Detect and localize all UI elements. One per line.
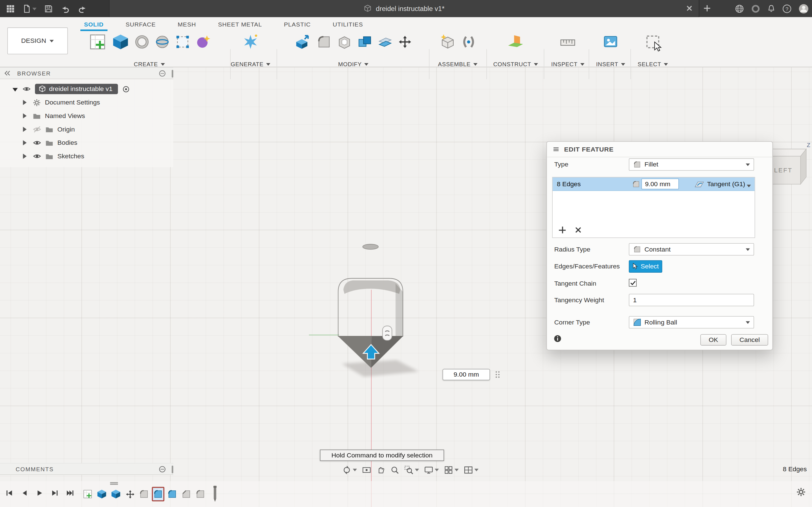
tab-plastic[interactable]: PLASTIC [279,17,315,31]
disclosure-expanded-icon[interactable] [12,87,18,92]
tab-solid[interactable]: SOLID [79,17,108,31]
type-dropdown[interactable]: Fillet [629,158,754,171]
fillet-icon[interactable] [316,34,332,52]
zoom-window-icon[interactable] [404,465,419,474]
activate-component-radio[interactable] [122,85,130,93]
visibility-eye-icon[interactable] [33,138,42,147]
cancel-button[interactable]: Cancel [731,334,768,346]
comments-header[interactable]: COMMENTS [0,463,173,475]
add-selection-icon[interactable] [559,226,566,233]
undo-icon[interactable] [61,4,70,13]
info-icon[interactable] [554,335,562,344]
tab-surface[interactable]: SURFACE [121,17,160,31]
tree-item-named-views[interactable]: Named Views [0,109,173,123]
remove-selection-icon[interactable] [574,226,581,233]
tree-item-origin[interactable]: Origin [0,122,173,136]
apps-grid-icon[interactable] [6,4,15,13]
timeline-extrude-icon[interactable] [110,487,122,501]
grid-snap-icon[interactable] [444,465,459,474]
select-button[interactable]: Select [629,260,662,273]
dialog-header[interactable]: EDIT FEATURE [547,142,772,157]
dimension-input[interactable] [443,369,490,380]
new-tab-icon[interactable] [703,4,711,12]
tree-item-sketches[interactable]: Sketches [0,150,173,163]
skip-to-start-icon[interactable] [4,488,15,498]
assemble-menu[interactable]: ASSEMBLE [438,61,477,68]
tree-item-document-settings[interactable]: Document Settings [0,96,173,109]
disclosure-collapsed-icon[interactable] [23,140,28,145]
radius-value-input[interactable] [642,179,679,189]
radius-type-dropdown[interactable]: Constant [629,243,754,256]
tab-mesh[interactable]: MESH [173,17,201,31]
dimension-drag-handle[interactable] [495,371,500,379]
combine-icon[interactable] [357,34,372,52]
timeline-playhead-marker[interactable] [211,485,219,503]
create-menu[interactable]: CREATE [134,61,165,68]
pattern-icon[interactable] [174,34,190,52]
measure-icon[interactable] [559,34,576,52]
notifications-bell-icon[interactable] [767,4,776,13]
timeline-fillet-icon[interactable] [138,487,150,501]
document-icon[interactable] [22,4,37,13]
disclosure-collapsed-icon[interactable] [23,154,28,159]
disclosure-collapsed-icon[interactable] [23,113,28,118]
tree-root-row[interactable]: dreidel instructable v1 [0,82,173,96]
redo-icon[interactable] [78,4,87,13]
timeline-fillet-icon-editing[interactable] [152,487,164,501]
zoom-icon[interactable] [390,465,399,474]
avatar[interactable] [799,3,809,14]
look-at-icon[interactable] [362,465,371,474]
tab-sheet-metal[interactable]: SHEET METAL [213,17,266,31]
tangency-weight-input[interactable] [629,294,754,306]
save-icon[interactable] [44,4,53,13]
close-tab-icon[interactable] [685,4,694,12]
timeline-chamfer-icon[interactable] [180,487,193,501]
viewports-icon[interactable] [464,465,478,474]
new-component-icon[interactable] [439,34,456,52]
visibility-eye-icon[interactable] [33,152,42,160]
play-icon[interactable] [35,488,45,498]
timeline-move-icon[interactable] [124,487,136,501]
generate-menu[interactable]: GENERATE [231,61,270,68]
pan-hand-icon[interactable] [376,465,385,474]
insert-menu[interactable]: INSERT [596,61,625,68]
step-forward-icon[interactable] [50,488,60,498]
step-back-icon[interactable] [19,488,30,498]
create-form-icon[interactable] [195,34,211,52]
timeline-group-handle[interactable] [110,482,118,485]
shell-icon[interactable] [336,34,352,52]
joint-icon[interactable] [460,34,476,52]
dreidel-model[interactable] [313,238,428,383]
construction-plane-icon[interactable] [507,33,524,53]
timeline-sketch-icon[interactable] [82,487,94,501]
timeline-fillet-icon[interactable] [194,487,207,501]
modify-menu[interactable]: MODIFY [338,61,368,68]
workspace-selector-design[interactable]: DESIGN [7,27,68,54]
selection-set-row[interactable]: 8 Edges Tangent (G1) [553,177,755,191]
panel-resize-handle[interactable] [172,466,173,473]
disclosure-collapsed-icon[interactable] [23,127,28,132]
display-settings-icon[interactable] [424,465,439,474]
inspect-menu[interactable]: INSPECT [551,61,585,68]
globe-icon[interactable] [735,4,744,13]
collapse-panel-icon[interactable] [4,70,11,76]
help-icon[interactable] [782,4,792,13]
insert-canvas-icon[interactable] [602,34,619,52]
timeline-extrude-icon[interactable] [96,487,108,501]
disclosure-collapsed-icon[interactable] [23,100,28,105]
ok-button[interactable]: OK [700,334,726,346]
fillet-radius-handle[interactable] [383,326,392,340]
select-menu[interactable]: SELECT [638,61,668,68]
generate-icon[interactable] [242,33,259,53]
visibility-eye-icon[interactable] [22,85,31,93]
timeline-settings-gear-icon[interactable] [796,487,806,499]
offset-face-icon[interactable] [377,34,393,52]
extrude-icon[interactable] [111,33,129,53]
continuity-dropdown[interactable]: Tangent (G1) [695,180,745,188]
corner-type-dropdown[interactable]: Rolling Ball [629,316,754,328]
visibility-eye-off-icon[interactable] [33,125,42,133]
comments-icon[interactable] [159,465,166,473]
orbit-icon[interactable] [342,465,357,474]
construct-menu[interactable]: CONSTRUCT [493,61,538,68]
timeline-fillet-icon[interactable] [166,487,179,501]
